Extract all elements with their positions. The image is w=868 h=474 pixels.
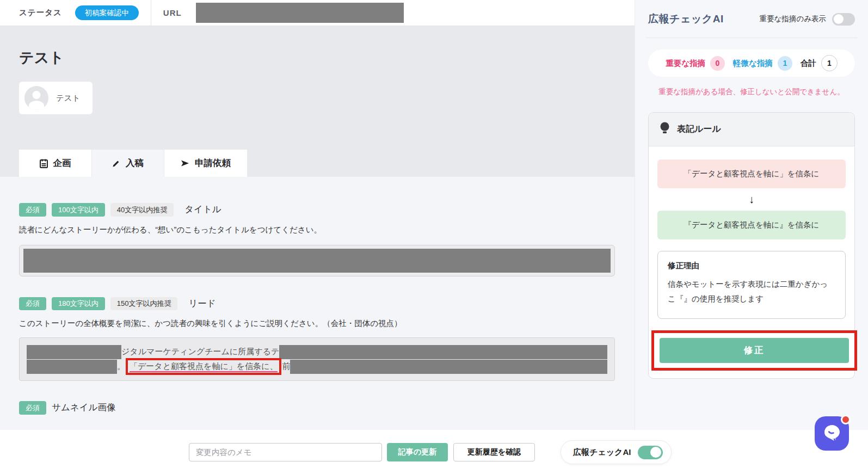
lead-field-label: リード bbox=[188, 298, 216, 310]
title-field-header: 必須 100文字以内 40文字以内推奨 タイトル bbox=[19, 203, 615, 217]
stat-label: 重要な指摘 bbox=[666, 58, 705, 69]
panel-divider bbox=[646, 38, 857, 38]
author-card[interactable]: テスト bbox=[19, 82, 93, 114]
topbar-divider bbox=[151, 0, 151, 26]
title-input[interactable] bbox=[19, 245, 615, 276]
stat-count-badge: 1 bbox=[778, 56, 792, 71]
fix-reason-text: 信条やモットーを示す表現には二重かぎかっこ『』の使用を推奨します bbox=[668, 277, 835, 307]
chat-launcher-button[interactable] bbox=[815, 416, 849, 451]
stat-count-badge: 1 bbox=[821, 55, 838, 71]
page: ステータス 初稿案確認中 URL テスト テスト 企画 bbox=[0, 0, 868, 474]
ai-check-toggle-pill: 広報チェックAI bbox=[561, 440, 672, 464]
pr-check-ai-panel: 広報チェックAI 重要な指摘のみ表示 重要な指摘 0 軽微な指摘 1 合計 1 … bbox=[635, 0, 868, 430]
send-icon bbox=[181, 159, 189, 167]
ai-check-toggle[interactable] bbox=[638, 446, 663, 459]
required-badge: 必須 bbox=[19, 203, 46, 217]
chat-bubble-icon bbox=[821, 422, 843, 446]
form-section: 必須 100文字以内 40文字以内推奨 タイトル 読者にどんなストーリーかが伝わ… bbox=[0, 177, 635, 430]
notification-dot bbox=[841, 415, 851, 424]
stat-count-badge: 0 bbox=[710, 56, 725, 71]
update-history-button[interactable]: 更新履歴を確認 bbox=[453, 443, 535, 461]
required-badge: 必須 bbox=[19, 401, 46, 415]
important-only-filter: 重要な指摘のみ表示 bbox=[760, 13, 855, 26]
arrow-down-icon: ↓ bbox=[657, 193, 846, 206]
author-name: テスト bbox=[56, 93, 81, 103]
publish-warning-text: 重要な指摘がある場合、修正しないと公開できません。 bbox=[648, 86, 855, 99]
notation-rule-card: 表記ルール 「データと顧客視点を軸に」を信条に ↓ 『データと顧客視点を軸に』を… bbox=[648, 112, 855, 379]
fix-reason-title: 修正理由 bbox=[668, 261, 835, 271]
update-article-button[interactable]: 記事の更新 bbox=[387, 443, 448, 461]
lead-line-2: 。「データと顧客視点を軸に」を信条に、前 bbox=[27, 359, 607, 374]
tab-bar: 企画 入稿 申請依頼 bbox=[19, 150, 247, 177]
highlight-box: 修正 bbox=[651, 330, 857, 371]
lead-textarea[interactable]: ジタルマーケティングチームに所属するテ 。「データと顧客視点を軸に」を信条に、前 bbox=[19, 337, 615, 381]
rule-card-header: 表記ルール bbox=[649, 113, 854, 146]
required-badge: 必須 bbox=[19, 297, 46, 311]
before-text-box: 「データと顧客視点を軸に」を信条に bbox=[657, 159, 846, 188]
change-memo-input[interactable] bbox=[189, 443, 382, 461]
pencil-icon bbox=[112, 159, 120, 168]
tab-approval-request[interactable]: 申請依頼 bbox=[164, 150, 247, 177]
page-title: テスト bbox=[19, 26, 615, 67]
rule-card-body: 「データと顧客視点を軸に」を信条に ↓ 『データと顧客視点を軸に』を信条に 修正… bbox=[649, 146, 854, 371]
tab-submission[interactable]: 入稿 bbox=[91, 150, 164, 177]
status-badge: 初稿案確認中 bbox=[75, 5, 139, 21]
tab-label: 企画 bbox=[53, 157, 71, 169]
after-text-box: 『データと顧客視点を軸に』を信条に bbox=[657, 211, 846, 239]
tab-planning[interactable]: 企画 bbox=[19, 150, 91, 177]
lead-help-text: このストーリーの全体概要を簡潔に、かつ読者の興味を引くようにご説明ください。（会… bbox=[19, 318, 615, 329]
bottom-action-bar: 記事の更新 更新履歴を確認 広報チェックAI bbox=[0, 430, 868, 474]
fix-button[interactable]: 修正 bbox=[660, 338, 849, 363]
rule-card-title: 表記ルール bbox=[677, 124, 721, 135]
url-redacted-value bbox=[196, 3, 404, 23]
important-only-toggle[interactable] bbox=[832, 13, 855, 26]
char-recommend-badge: 150文字以内推奨 bbox=[110, 297, 178, 311]
title-field-label: タイトル bbox=[184, 204, 221, 216]
lead-field-header: 必須 180文字以内 150文字以内推奨 リード bbox=[19, 297, 615, 311]
panel-header: 広報チェックAI 重要な指摘のみ表示 bbox=[648, 12, 855, 26]
tab-label: 入稿 bbox=[126, 157, 144, 169]
char-recommend-badge: 40文字以内推奨 bbox=[110, 203, 174, 217]
redacted-text bbox=[27, 345, 121, 359]
topbar: ステータス 初稿案確認中 URL bbox=[0, 0, 635, 26]
char-limit-badge: 180文字以内 bbox=[52, 297, 105, 311]
thumbnail-field-label: サムネイル画像 bbox=[52, 402, 115, 414]
fix-reason-box: 修正理由 信条やモットーを示す表現には二重かぎかっこ『』の使用を推奨します bbox=[657, 251, 846, 319]
redacted-text bbox=[279, 345, 607, 359]
stat-label: 合計 bbox=[801, 58, 816, 69]
lead-line2-suffix: 前 bbox=[282, 361, 290, 372]
main-column: ステータス 初稿案確認中 URL テスト テスト 企画 bbox=[0, 0, 635, 430]
flagged-text: 「データと顧客視点を軸に」を信条に、 bbox=[130, 361, 278, 373]
title-help-text: 読者にどんなストーリーかが伝わる、“想い”のこもったタイトルをつけてください。 bbox=[19, 225, 615, 235]
url-label: URL bbox=[163, 8, 182, 17]
lightbulb-icon bbox=[660, 122, 670, 137]
clipboard-icon bbox=[40, 159, 48, 168]
lead-line2-prefix: 。 bbox=[117, 361, 125, 372]
avatar-icon bbox=[24, 86, 48, 110]
issue-stats-bar: 重要な指摘 0 軽微な指摘 1 合計 1 bbox=[648, 50, 855, 77]
status-label: ステータス bbox=[19, 8, 62, 18]
ai-toggle-label: 広報チェックAI bbox=[573, 447, 631, 458]
lead-visible-text: ジタルマーケティングチームに所属するテ bbox=[121, 347, 279, 357]
stat-label: 軽微な指摘 bbox=[733, 58, 773, 69]
stat-important[interactable]: 重要な指摘 0 bbox=[666, 56, 725, 71]
redacted-text bbox=[23, 249, 611, 273]
lead-field: 必須 180文字以内 150文字以内推奨 リード このストーリーの全体概要を簡潔… bbox=[19, 297, 615, 381]
thumbnail-field-header: 必須 サムネイル画像 bbox=[19, 401, 615, 415]
panel-title: 広報チェックAI bbox=[648, 12, 724, 26]
lead-line-1: ジタルマーケティングチームに所属するテ bbox=[27, 344, 607, 359]
char-limit-badge: 100文字以内 bbox=[52, 203, 105, 217]
filter-toggle-label: 重要な指摘のみ表示 bbox=[760, 14, 826, 24]
redacted-text bbox=[290, 360, 607, 374]
redacted-text bbox=[27, 360, 117, 374]
article-header-section: テスト テスト 企画 入稿 bbox=[0, 26, 635, 177]
stat-minor[interactable]: 軽微な指摘 1 bbox=[733, 56, 792, 71]
stat-total[interactable]: 合計 1 bbox=[801, 55, 838, 71]
tab-label: 申請依頼 bbox=[195, 157, 231, 169]
toggle-knob bbox=[650, 447, 661, 458]
highlight-box: 「データと顧客視点を軸に」を信条に、 bbox=[126, 358, 281, 375]
toggle-knob bbox=[834, 14, 844, 24]
